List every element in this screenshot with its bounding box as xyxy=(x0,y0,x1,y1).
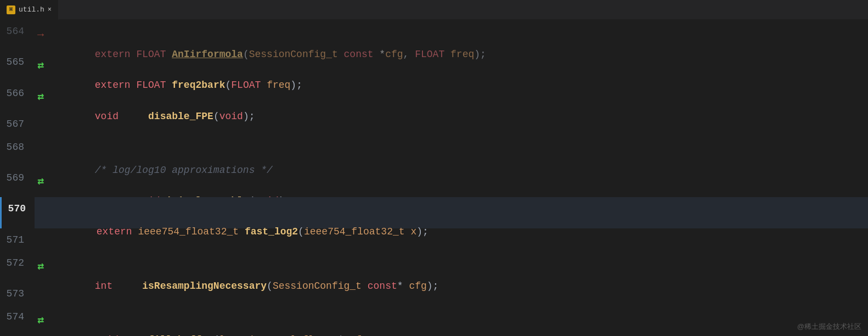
code-content-571 xyxy=(48,228,868,251)
line-number-565: 565 xyxy=(0,51,33,81)
line-number-567: 567 xyxy=(0,113,33,136)
diff-indicator-571 xyxy=(33,228,48,251)
code-content-568: /* log/log10 approximations */ xyxy=(48,136,868,166)
diff-indicator-569: ⇄ xyxy=(33,166,48,197)
line-number-569: 569 xyxy=(0,166,33,197)
code-content-574: void fill_buffer(lame_internal_flags * g… xyxy=(48,305,868,336)
code-line-568: 568 /* log/log10 approximations */ xyxy=(0,136,868,166)
code-line-570: 570 extern ieee754_float32_t fast_log2(i… xyxy=(0,197,868,228)
code-content-566: void disable_FPE(void); xyxy=(48,82,868,113)
code-line-569: 569 ⇄ extern void init_log_table(void); xyxy=(0,166,868,197)
diff-indicator-567 xyxy=(33,113,48,136)
diff-indicator-564: → xyxy=(33,20,48,51)
code-content-570: extern ieee754_float32_t fast_log2(ieee7… xyxy=(50,197,868,228)
tab-label: util.h xyxy=(19,5,44,14)
watermark: @稀土掘金技术社区 xyxy=(797,322,861,332)
line-number-573: 573 xyxy=(0,282,33,305)
line-number-574: 574 xyxy=(0,305,33,336)
diff-indicator-572: ⇄ xyxy=(33,251,48,282)
diff-indicator-573 xyxy=(33,282,48,305)
code-line-564: 564 → extern FLOAT AnIirformola(SessionC… xyxy=(0,20,868,51)
line-number-566: 566 xyxy=(0,82,33,113)
code-content-573 xyxy=(48,282,868,305)
tab-bar: H util.h × xyxy=(0,0,868,20)
code-content-572: int isResamplingNecessary(SessionConfig_… xyxy=(48,251,868,282)
tab-util-h[interactable]: H util.h × xyxy=(0,0,59,20)
line-number-572: 572 xyxy=(0,251,33,282)
code-content-564: extern FLOAT AnIirformola(SessionConfig_… xyxy=(48,20,868,51)
diff-indicator-566: ⇄ xyxy=(33,82,48,113)
code-line-567: 567 xyxy=(0,113,868,136)
diff-indicator-574: ⇄ xyxy=(33,305,48,336)
code-line-573: 573 xyxy=(0,282,868,305)
code-line-574: 574 ⇄ void fill_buffer(lame_internal_fla… xyxy=(0,305,868,336)
editor-container: 564 → extern FLOAT AnIirformola(SessionC… xyxy=(0,20,868,336)
code-content-569: extern void init_log_table(void); xyxy=(48,166,868,197)
diff-indicator-568 xyxy=(33,136,48,166)
diff-indicator-565: ⇄ xyxy=(33,51,48,81)
code-line-566: 566 ⇄ void disable_FPE(void); xyxy=(0,82,868,113)
code-line-571: 571 xyxy=(0,228,868,251)
code-line-572: 572 ⇄ int isResamplingNecessary(SessionC… xyxy=(0,251,868,282)
line-number-570: 570 xyxy=(2,197,35,228)
line-number-568: 568 xyxy=(0,136,33,166)
line-number-571: 571 xyxy=(0,228,33,251)
line-number-564: 564 xyxy=(0,20,33,51)
tab-icon: H xyxy=(7,5,15,14)
diff-indicator-570 xyxy=(35,197,50,228)
code-content-567 xyxy=(48,113,868,136)
close-icon[interactable]: × xyxy=(48,6,52,14)
